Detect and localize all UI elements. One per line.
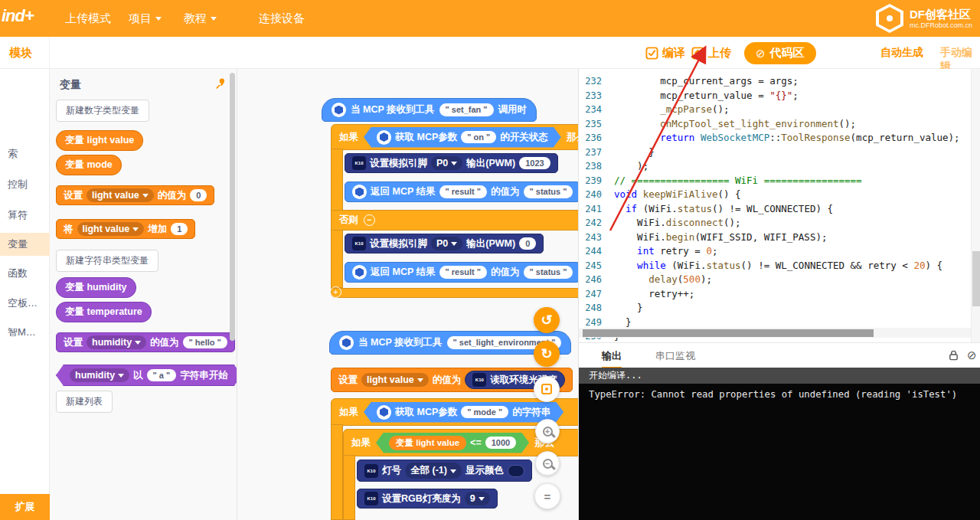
block-variable-light-value[interactable]: 变量 light value [56,130,143,151]
zoom-in-button[interactable]: + [535,419,560,443]
new-number-variable-button[interactable]: 新建数字类型变量 [56,100,149,122]
code-line-text[interactable]: ); [614,159,648,174]
df-community-badge[interactable]: DF创客社区 mc.DFRobot.com.cn [876,4,972,33]
block-set-variable[interactable]: 设置 light value 的值为 0 [56,185,214,205]
sidebar-item-ai-module[interactable]: 智M… [0,321,50,344]
undo-button[interactable]: ↺ [534,307,560,333]
code-line[interactable]: 239// ================= WiFi ===========… [579,174,980,188]
if-block-spine[interactable] [331,424,343,520]
code-line[interactable]: 234 _mcpParse(); [579,103,980,117]
code-line[interactable]: 240void keepWiFiAlive() { [579,188,980,202]
inner-if-block-spine[interactable] [343,455,355,520]
variable-dropdown[interactable]: humidity [87,335,146,349]
sidebar-item-search[interactable]: 索 [0,142,50,165]
lock-icon[interactable] [948,349,959,361]
code-line[interactable]: 232 mcp_current_args = args; [579,74,980,89]
code-line-text[interactable]: mcp_return_value = "{}"; [614,89,799,103]
tab-modules[interactable]: 模块 [0,37,50,69]
variable-dropdown[interactable]: humidity [70,368,129,382]
code-line-text[interactable]: return WebSocketMCP::ToolResponse(mcp_re… [614,131,960,146]
zoom-reset-button[interactable]: = [534,483,560,509]
code-line[interactable]: 233 mcp_return_value = "{}"; [579,89,980,103]
code-line[interactable]: 247 retry++; [579,287,980,302]
code-vscrollbar-track[interactable] [971,69,980,342]
code-line[interactable]: 246 delay(500); [579,273,980,287]
if-else-block-top[interactable]: 如果 获取 MCP参数 " on " 的开关状态 那么 [331,124,578,150]
value-input[interactable]: 1 [171,223,188,236]
redo-button[interactable]: ↻ [534,341,560,367]
mindplus-logo[interactable]: ind+ [2,6,34,26]
sidebar-item-variables[interactable]: 变量 [0,233,50,256]
code-line-text[interactable]: mcp_current_args = args; [614,74,799,89]
extensions-button[interactable]: 扩展 [0,494,50,520]
code-line[interactable]: 237 } [579,146,980,160]
variable-dropdown[interactable]: light value [87,188,154,202]
block-change-variable[interactable]: 将 light value 增加 1 [56,219,195,239]
menu-upload-mode[interactable]: 上传模式 [65,0,111,37]
block-get-mcp-param-switch[interactable]: 获取 MCP参数 " on " 的开关状态 [364,127,561,148]
menu-project[interactable]: 项目 [129,0,162,37]
block-return-mcp-result[interactable]: 返回 MCP 结果 " result " 的值为 " status " [345,262,578,283]
pwm-value-input[interactable]: 0 [519,237,536,250]
code-line-text[interactable]: // ================= WiFi ==============… [614,174,862,188]
tab-output[interactable]: 输出 [602,343,622,368]
sidebar-item-functions[interactable]: 函数 [0,262,50,285]
code-vscrollbar-thumb[interactable] [972,251,980,306]
code-line[interactable]: 236 return WebSocketMCP::ToolResponse(mc… [579,131,980,146]
else-bar[interactable]: 否则 − [331,210,578,231]
value-input[interactable]: " a " [147,369,177,382]
block-variable-humidity[interactable]: 变量 humidity [56,277,136,298]
param-name-input[interactable]: " mode " [461,406,508,419]
new-list-button[interactable]: 新建列表 [56,391,113,413]
pin-dropdown[interactable]: P0 [431,156,462,170]
menu-connect-device[interactable]: 连接设备 [259,0,305,37]
result-name-input[interactable]: " result " [439,266,488,279]
block-return-mcp-result[interactable]: 返回 MCP 结果 " result " 的值为 " status " [345,182,578,202]
code-line-text[interactable]: onMcpTool_set_light_environment(); [614,117,856,132]
block-less-equal-compare[interactable]: 变量 light value <= 1000 [376,433,529,453]
block-set-analog-pin[interactable]: K10 设置模拟引脚 P0 输出(PWM) 1023 [345,153,558,173]
value-input[interactable]: " hello " [183,336,227,349]
expand-icon[interactable]: + [330,286,341,298]
block-set-string-variable[interactable]: 设置 humidity 的值为 " hello " [56,332,235,352]
upload-button[interactable]: 上传 [691,44,731,62]
block-set-rgb-brightness[interactable]: K10 设置RGB灯亮度为 9 [357,489,498,509]
if-else-block-bottom[interactable] [331,288,578,298]
block-led-show-color[interactable]: K10 灯号 全部 (-1) 显示颜色 [357,459,532,482]
code-line[interactable]: 245 while (WiFi.status() != WL_CONNECTED… [579,259,980,273]
color-picker[interactable] [508,465,524,477]
block-string-starts-with[interactable]: humidity 以 " a " 字符串开始 [56,365,237,386]
code-line-text[interactable]: if (WiFi.status() != WL_CONNECTED) { [614,202,833,217]
menu-tutorial[interactable]: 教程 [184,0,217,37]
block-variable-temperature[interactable]: 变量 temperature [56,302,152,322]
result-value-input[interactable]: " status " [524,266,573,279]
clear-console-icon[interactable]: ⊘ [967,349,977,361]
compare-value-input[interactable]: 1000 [485,437,516,450]
sidebar-item-operators[interactable]: 算符 [0,204,50,227]
pwm-value-input[interactable]: 1023 [519,157,550,170]
variable-dropdown[interactable]: light value [77,222,145,236]
result-value-input[interactable]: " status " [524,185,573,198]
code-line-text[interactable]: void keepWiFiAlive() { [614,188,741,202]
screenshot-button[interactable] [534,376,560,402]
zoom-out-button[interactable]: − [535,451,560,476]
pin-icon[interactable] [214,77,226,89]
code-line-text[interactable]: while (WiFi.status() != WL_CONNECTED && … [614,259,942,273]
code-line[interactable]: 244 int retry = 0; [579,244,980,259]
block-set-analog-pin[interactable]: K10 设置模拟引脚 P0 输出(PWM) 0 [345,234,544,253]
param-name-input[interactable]: " on " [461,131,496,144]
code-line-text[interactable]: _mcpParse(); [614,103,730,117]
code-line[interactable]: 241 if (WiFi.status() != WL_CONNECTED) { [579,202,980,217]
code-area-button[interactable]: ⊘ 代码区 [744,42,816,64]
value-input[interactable]: 0 [190,189,207,202]
code-line-text[interactable]: int retry = 0; [614,244,717,259]
hat-mcp-tool-set-fan[interactable]: 当 MCP 接收到工具 " set_fan " 调用时 [322,98,537,122]
sidebar-item-board[interactable]: 空板… [0,292,50,315]
sidebar-item-control[interactable]: 控制 [0,173,50,196]
code-line-text[interactable]: } [614,301,643,316]
block-canvas[interactable]: 当 MCP 接收到工具 " set_fan " 调用时 如果 获取 MCP参数 … [237,69,578,520]
code-hscrollbar-thumb[interactable] [583,329,874,337]
brightness-dropdown[interactable]: 9 [465,492,490,505]
tool-name-input[interactable]: " set_fan " [439,103,494,116]
code-line-text[interactable]: delay(500); [614,273,712,287]
